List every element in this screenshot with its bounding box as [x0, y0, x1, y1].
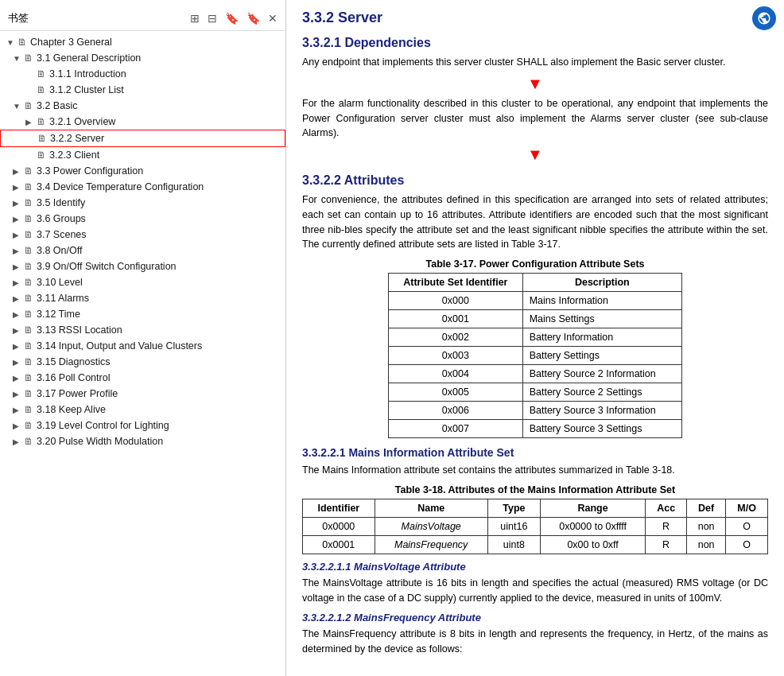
sidebar-label-s317: 3.17 Power Profile — [37, 388, 118, 399]
table1-cell-0-0: 0x000 — [389, 292, 523, 310]
arrow-icon-s316: ▶ — [13, 374, 22, 383]
table1-cell-2-0: 0x002 — [389, 328, 523, 347]
s3322-heading: 3.3.2.2 Attributes — [302, 173, 768, 188]
book-icon-s311b: 🗎 — [24, 293, 33, 304]
s3321-heading: 3.3.2.1 Dependencies — [302, 36, 768, 50]
arrow-icon-s39: ▶ — [13, 262, 22, 271]
table1-cell-1-1: Mains Settings — [522, 310, 681, 328]
book-icon-s35: 🗎 — [24, 197, 33, 208]
arrow-icon-s311b: ▶ — [13, 294, 22, 303]
table2-cell-1-5: non — [687, 535, 726, 554]
table1-title: Table 3-17. Power Configuration Attribut… — [302, 258, 768, 270]
sidebar-item-s311[interactable]: 🗎3.1.1 Introduction — [0, 66, 285, 82]
table2-cell-1-3: 0x00 to 0xff — [541, 535, 646, 554]
icon-bookmark1[interactable]: 🔖 — [225, 12, 239, 25]
sidebar-item-s315[interactable]: ▶🗎3.15 Diagnostics — [0, 354, 285, 370]
sidebar-title: 书签 — [8, 11, 29, 25]
sidebar-label-s315: 3.15 Diagnostics — [37, 356, 110, 367]
book-icon-s31: 🗎 — [24, 52, 33, 64]
table1-col2-header: Description — [522, 274, 681, 292]
sidebar-item-s35[interactable]: ▶🗎3.5 Identify — [0, 195, 285, 211]
sidebar-label-s37: 3.7 Scenes — [37, 229, 87, 240]
table2-cell-1-2: uint8 — [487, 535, 540, 554]
table1: Attribute Set Identifier Description 0x0… — [388, 273, 682, 438]
table1-row-0: 0x000Mains Information — [389, 292, 682, 310]
arrow-icon-s33: ▶ — [13, 167, 22, 176]
table2: IdentifierNameTypeRangeAccDefM/O 0x0000M… — [302, 499, 768, 554]
sidebar-item-s311b[interactable]: ▶🗎3.11 Alarms — [0, 290, 285, 306]
table2-cell-0-6: O — [726, 517, 768, 535]
table2-cell-1-1: MainsFrequency — [375, 535, 487, 554]
table1-cell-5-0: 0x005 — [389, 383, 523, 402]
sidebar-item-s313[interactable]: ▶🗎3.13 RSSI Location — [0, 322, 285, 338]
book-icon-s314: 🗎 — [24, 340, 33, 352]
sidebar-item-s314[interactable]: ▶🗎3.14 Input, Output and Value Clusters — [0, 338, 285, 354]
sidebar-item-s317[interactable]: ▶🗎3.17 Power Profile — [0, 386, 285, 402]
sidebar-item-s321[interactable]: ▶🗎3.2.1 Overview — [0, 114, 285, 130]
sidebar-item-s36[interactable]: ▶🗎3.6 Groups — [0, 211, 285, 227]
sidebar-label-s313: 3.13 RSSI Location — [37, 324, 122, 336]
arrow-icon-ch3: ▼ — [6, 38, 16, 47]
book-icon-s37: 🗎 — [24, 229, 33, 240]
sidebar-item-s322[interactable]: 🗎3.2.2 Server — [0, 130, 285, 147]
s33221-heading: 3.3.2.2.1 Mains Information Attribute Se… — [302, 446, 768, 459]
table2-col2-header: Type — [487, 499, 540, 517]
book-icon-s320: 🗎 — [24, 436, 33, 447]
table2-col0-header: Identifier — [303, 499, 375, 517]
table1-cell-3-1: Battery Settings — [522, 347, 681, 365]
sidebar-label-s32: 3.2 Basic — [37, 100, 77, 111]
sidebar-item-s323[interactable]: 🗎3.2.3 Client — [0, 147, 285, 163]
sidebar-item-s34[interactable]: ▶🗎3.4 Device Temperature Configuration — [0, 179, 285, 195]
sidebar-item-s319[interactable]: ▶🗎3.19 Level Control for Lighting — [0, 418, 285, 433]
arrow-icon-s31: ▼ — [13, 54, 22, 63]
book-icon-s312b: 🗎 — [24, 309, 33, 320]
sidebar-header: 书签 ⊞ ⊟ 🔖 🔖 ✕ — [0, 6, 285, 31]
sidebar-label-s311: 3.1.1 Introduction — [49, 68, 126, 80]
arrow-icon-s35: ▶ — [13, 199, 22, 208]
book-icon-s34: 🗎 — [24, 181, 33, 192]
table1-row-1: 0x001Mains Settings — [389, 310, 682, 328]
sidebar-label-s323: 3.2.3 Client — [49, 150, 99, 161]
book-icon-s319: 🗎 — [24, 420, 33, 431]
sidebar-item-s37[interactable]: ▶🗎3.7 Scenes — [0, 227, 285, 243]
sidebar-item-s316[interactable]: ▶🗎3.16 Poll Control — [0, 370, 285, 386]
book-icon-s32: 🗎 — [24, 100, 33, 111]
table2-cell-0-5: non — [687, 517, 726, 535]
s33221-text: The Mains Information attribute set cont… — [302, 463, 768, 478]
globe-button[interactable] — [752, 6, 776, 30]
sidebar-item-s32[interactable]: ▼🗎3.2 Basic — [0, 98, 285, 114]
sidebar-item-s310[interactable]: ▶🗎3.10 Level — [0, 274, 285, 290]
sidebar-item-s320[interactable]: ▶🗎3.20 Pulse Width Modulation — [0, 433, 285, 449]
sidebar-item-s38[interactable]: ▶🗎3.8 On/Off — [0, 243, 285, 258]
table2-title: Table 3-18. Attributes of the Mains Info… — [302, 484, 768, 495]
sidebar-label-s314: 3.14 Input, Output and Value Clusters — [37, 340, 202, 352]
sidebar-item-s312b[interactable]: ▶🗎3.12 Time — [0, 306, 285, 322]
book-icon-s310: 🗎 — [24, 277, 33, 288]
sidebar-item-s31[interactable]: ▼🗎3.1 General Description — [0, 50, 285, 66]
arrow-icon-s34: ▶ — [13, 183, 22, 192]
table2-row-1: 0x0001MainsFrequencyuint80x00 to 0xffRno… — [303, 535, 768, 554]
sidebar-label-s318: 3.18 Keep Alive — [37, 404, 106, 415]
sidebar-item-s39[interactable]: ▶🗎3.9 On/Off Switch Configuration — [0, 258, 285, 274]
icon-minus[interactable]: ⊟ — [208, 12, 217, 25]
sidebar-item-s312[interactable]: 🗎3.1.2 Cluster List — [0, 82, 285, 98]
table2-col4-header: Acc — [646, 499, 687, 517]
sidebar-item-ch3[interactable]: ▼🗎Chapter 3 General — [0, 34, 285, 50]
close-icon[interactable]: ✕ — [268, 12, 278, 25]
icon-grid[interactable]: ⊞ — [190, 12, 200, 25]
arrow-icon-s318: ▶ — [13, 406, 22, 414]
icon-bookmark2[interactable]: 🔖 — [246, 12, 260, 25]
table1-row-2: 0x002Battery Information — [389, 328, 682, 347]
sidebar-label-s321: 3.2.1 Overview — [49, 116, 115, 127]
book-icon-s323: 🗎 — [37, 150, 46, 161]
table1-row-3: 0x003Battery Settings — [389, 347, 682, 365]
book-icon-s313: 🗎 — [24, 324, 33, 336]
table1-cell-4-0: 0x004 — [389, 365, 523, 383]
sidebar-item-s318[interactable]: ▶🗎3.18 Keep Alive — [0, 402, 285, 418]
table2-col3-header: Range — [541, 499, 646, 517]
arrow-icon-s319: ▶ — [13, 422, 22, 430]
sidebar-item-s33[interactable]: ▶🗎3.3 Power Configuration — [0, 163, 285, 179]
arrow-icon-s317: ▶ — [13, 390, 22, 398]
arrow-icon-s38: ▶ — [13, 247, 22, 255]
table1-row-7: 0x007Battery Source 3 Settings — [389, 420, 682, 438]
